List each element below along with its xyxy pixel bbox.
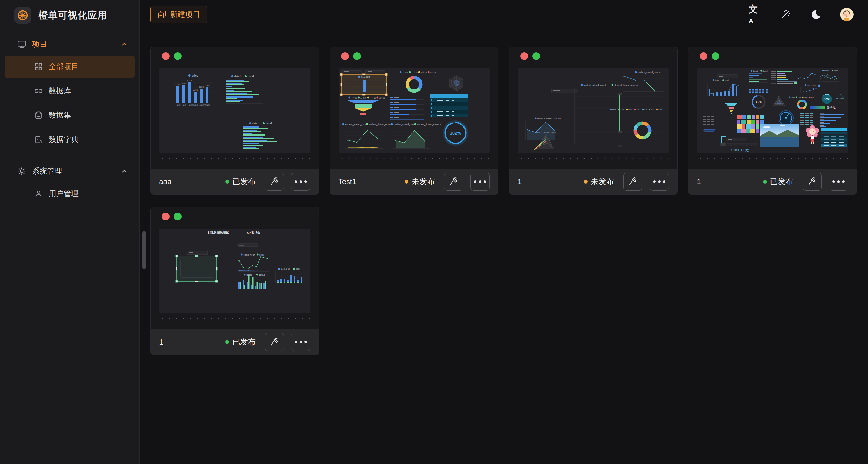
- svg-text:25.00%: 25.00%: [836, 97, 843, 100]
- svg-text:二年级: 二年级: [411, 71, 418, 74]
- sidebar: 橙单可视化应用 项目 全部项目 数据库: [0, 0, 140, 464]
- dotted-strip: [159, 318, 310, 320]
- red-dot-indicator: [700, 52, 707, 60]
- svg-text:student_attend_count: student_attend_count: [637, 71, 660, 74]
- svg-text:2356: 2356: [193, 89, 197, 91]
- project-card: SQL数据源测试 API数据集: [150, 207, 319, 355]
- more-actions-button[interactable]: [291, 173, 310, 191]
- status-badge: 已发布: [225, 176, 255, 187]
- svg-text:看得见: 看得见: [826, 105, 836, 109]
- svg-text:36 %: 36 %: [755, 100, 763, 104]
- card-footer: 1 已发布: [151, 329, 319, 355]
- card-footer: Test1 未发布: [330, 168, 498, 194]
- svg-text:Sat: Sat: [651, 109, 654, 111]
- status-label: 已发布: [770, 176, 793, 187]
- svg-text:SQL数据源测试: SQL数据源测试: [208, 231, 229, 234]
- edit-project-button[interactable]: [265, 173, 284, 191]
- svg-text:data1: data1: [252, 122, 259, 125]
- project-thumbnail[interactable]: 价格 课时 data1: [697, 68, 848, 153]
- monitor-icon: [17, 39, 26, 49]
- card-indicator-dots: [151, 47, 319, 60]
- sidebar-item-dataset[interactable]: 数据集: [5, 104, 135, 126]
- svg-text:Tue: Tue: [797, 96, 801, 98]
- card-footer: 1 未发布: [509, 168, 677, 194]
- svg-text:一年级: 一年级: [351, 97, 357, 99]
- edit-project-button[interactable]: [265, 333, 284, 351]
- svg-text:三年级: 三年级: [421, 71, 427, 74]
- svg-text:3566: 3566: [205, 84, 210, 86]
- app-title: 橙单可视化应用: [38, 9, 107, 22]
- moon-icon[interactable]: [810, 8, 823, 21]
- svg-text:¥ 100,000元: ¥ 100,000元: [730, 148, 749, 152]
- svg-text:课时: 课时: [725, 80, 729, 82]
- svg-text:二年级: 二年级: [180, 104, 186, 106]
- chevron-up-icon: [121, 41, 128, 48]
- project-title: aaa: [159, 178, 172, 186]
- user-icon: [34, 189, 43, 198]
- svg-text:student_attend_count: student_attend_count: [393, 123, 416, 126]
- card-footer: 1 已发布: [688, 168, 857, 194]
- sidebar-item-users[interactable]: 用户管理: [5, 183, 135, 205]
- svg-text:3805: 3805: [181, 83, 186, 85]
- svg-text:data2: data2: [259, 274, 265, 276]
- more-actions-button[interactable]: [829, 173, 848, 191]
- sidebar-item-all-projects[interactable]: 全部项目: [5, 56, 135, 78]
- svg-text:50%: 50%: [823, 97, 830, 101]
- svg-text:student_attend_count: student_attend_count: [345, 123, 367, 126]
- red-dot-indicator: [162, 213, 170, 220]
- svg-text:五年级: 五年级: [198, 104, 204, 106]
- app-header: 橙单可视化应用: [5, 0, 134, 31]
- project-grid: price 3495 3805 4243 2356: [150, 47, 859, 355]
- svg-text:data1: data1: [753, 70, 758, 72]
- project-thumbnail[interactable]: student_attend_count student_attend_coun…: [518, 68, 669, 153]
- sidebar-section-projects[interactable]: 项目: [0, 35, 140, 54]
- edit-project-button[interactable]: [623, 173, 643, 191]
- project-card: price 3495 3805 4243 2356: [150, 47, 319, 195]
- sidebar-section-system[interactable]: 系统管理: [0, 162, 140, 181]
- project-thumbnail[interactable]: SQL数据源测试 API数据集: [159, 229, 310, 313]
- project-thumbnail[interactable]: price 3495 3805 4243 2356: [159, 68, 310, 153]
- status-label: 未发布: [411, 176, 435, 187]
- project-card: 献花数量 一年级 二年级 三年级 四年级: [330, 47, 498, 195]
- user-avatar[interactable]: [840, 8, 854, 21]
- more-actions-button[interactable]: [291, 333, 310, 351]
- svg-text:Thu: Thu: [637, 109, 640, 111]
- svg-text:三年级: 三年级: [370, 97, 376, 99]
- svg-text:3495: 3495: [175, 84, 180, 86]
- database-icon: [34, 111, 43, 120]
- new-project-label: 新建项目: [170, 9, 200, 20]
- card-indicator-dots: [151, 207, 319, 220]
- edit-project-button[interactable]: [444, 173, 463, 191]
- svg-text:2964: 2964: [199, 86, 204, 88]
- more-actions-button[interactable]: [650, 173, 669, 191]
- sidebar-item-label: 数据集: [49, 110, 71, 121]
- project-title: 1: [697, 178, 701, 186]
- link-icon: [34, 87, 43, 95]
- project-thumbnail[interactable]: 献花数量 一年级 二年级 三年级 四年级: [339, 68, 490, 153]
- edit-project-button[interactable]: [803, 173, 822, 191]
- svg-text:Tue: Tue: [620, 109, 624, 111]
- ellipsis-icon: [474, 180, 486, 183]
- sidebar-divider: [5, 156, 134, 156]
- main-content: 新建项目 文A: [140, 0, 868, 464]
- red-dot-indicator: [341, 52, 349, 60]
- sidebar-item-dictionary[interactable]: 数据字典: [5, 128, 135, 151]
- new-project-button[interactable]: 新建项目: [150, 6, 207, 23]
- magic-wand-icon[interactable]: [779, 8, 792, 21]
- dotted-strip: [159, 157, 310, 159]
- svg-text:student_attend_count: student_attend_count: [536, 131, 556, 133]
- svg-text:四年级: 四年级: [192, 104, 198, 106]
- sidebar-item-database[interactable]: 数据库: [5, 80, 135, 102]
- project-card: student_attend_count student_attend_coun…: [509, 47, 678, 195]
- language-icon[interactable]: 文A: [748, 8, 762, 21]
- sidebar-section-label: 项目: [32, 39, 47, 50]
- ellipsis-icon: [294, 341, 307, 343]
- sidebar-item-label: 数据库: [49, 86, 71, 96]
- svg-text:六年级: 六年级: [204, 104, 210, 106]
- more-actions-button[interactable]: [470, 173, 490, 191]
- status-badge: 未发布: [404, 176, 435, 187]
- sidebar-item-label: 用户管理: [49, 189, 79, 199]
- svg-text:chineseScore: chineseScore: [807, 84, 820, 86]
- svg-text:四年级: 四年级: [430, 71, 436, 74]
- gear-icon: [17, 166, 26, 176]
